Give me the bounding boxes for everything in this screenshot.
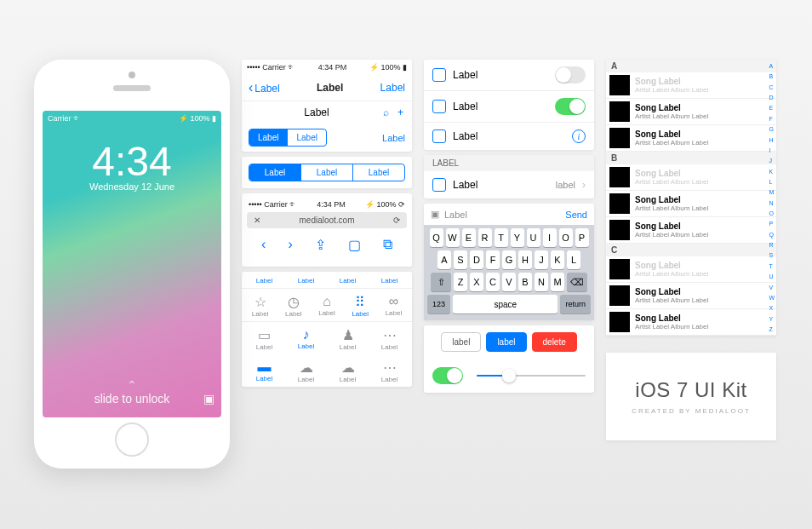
key[interactable]: T xyxy=(495,228,508,247)
segment-item[interactable]: Label xyxy=(353,164,404,181)
url-bar[interactable]: ✕ medialoot.com ⟳ xyxy=(247,212,407,228)
key[interactable]: V xyxy=(502,273,516,291)
segment-item[interactable]: Label xyxy=(288,129,325,146)
list-item[interactable]: Song LabelArtist Label Album Label xyxy=(606,256,776,283)
list-item[interactable]: Song LabelArtist Label Album Label xyxy=(606,125,776,152)
reload-icon[interactable]: ⟳ xyxy=(393,216,400,225)
segment-item[interactable]: Label xyxy=(301,164,353,181)
share-icon[interactable]: ⇪ xyxy=(315,237,326,253)
tab-item[interactable]: ☁Label xyxy=(327,359,369,383)
message-input[interactable]: Label xyxy=(444,210,467,220)
camera-icon[interactable]: ▣ xyxy=(431,209,439,220)
checkbox[interactable] xyxy=(432,68,446,82)
index-bar[interactable]: ABCDEFGHIJKLMNOPQRSTUVWXYZ xyxy=(769,63,775,332)
table-row[interactable]: Label i xyxy=(424,123,594,150)
tab-favorites[interactable]: ☆Label xyxy=(243,294,277,318)
key[interactable]: P xyxy=(575,228,589,247)
list-item[interactable]: Song LabelArtist Label Album Label xyxy=(606,309,776,336)
tab-recents[interactable]: ◷Label xyxy=(277,294,310,318)
add-icon[interactable]: + xyxy=(397,106,403,118)
key[interactable]: F xyxy=(486,250,500,269)
tab-keypad[interactable]: ⠿Label xyxy=(344,294,377,318)
key[interactable]: R xyxy=(478,228,492,247)
home-button[interactable] xyxy=(115,423,149,457)
tab-link[interactable]: Label xyxy=(243,277,285,285)
bookmarks-icon[interactable]: ▢ xyxy=(348,237,361,253)
switch-on[interactable] xyxy=(555,98,586,115)
nav-back-button[interactable]: Label xyxy=(249,80,280,95)
tab-item[interactable]: ▬Label xyxy=(243,359,285,383)
list-item[interactable]: Song LabelArtist Label Album Label xyxy=(606,99,776,125)
key[interactable]: Z xyxy=(454,273,467,291)
list-item[interactable]: Song LabelArtist Label Album Label xyxy=(606,164,776,191)
checkbox[interactable] xyxy=(432,178,446,192)
key[interactable]: H xyxy=(518,250,532,269)
checkbox[interactable] xyxy=(432,129,446,143)
key[interactable]: Q xyxy=(430,228,443,247)
nav-right-button[interactable]: Label xyxy=(380,82,405,94)
tab-link[interactable]: Label xyxy=(369,277,410,285)
key[interactable]: L xyxy=(567,250,580,269)
key[interactable]: A xyxy=(437,250,451,269)
key[interactable]: D xyxy=(470,250,483,269)
send-button[interactable]: Send xyxy=(565,210,587,220)
key[interactable]: N xyxy=(535,273,548,291)
button-default[interactable]: label xyxy=(441,332,481,352)
tab-link[interactable]: Label xyxy=(285,277,327,285)
tab-item[interactable]: ♟Label xyxy=(327,327,369,351)
key[interactable]: U xyxy=(527,228,540,247)
tabs-icon[interactable]: ⧉ xyxy=(383,237,392,253)
key[interactable]: G xyxy=(502,250,516,269)
slider[interactable] xyxy=(477,375,586,377)
segmented-wide[interactable]: Label Label Label xyxy=(249,164,405,181)
space-key[interactable]: space xyxy=(453,295,558,313)
back-icon[interactable]: ‹ xyxy=(261,237,266,253)
segment-item[interactable]: Label xyxy=(249,164,301,181)
tab-item[interactable]: ⋯Label xyxy=(369,327,410,351)
tab-item[interactable]: ▭Label xyxy=(243,327,285,351)
slide-to-unlock[interactable]: ⌃ slide to unlock ▣ xyxy=(43,378,221,405)
key[interactable]: E xyxy=(462,228,476,247)
key[interactable]: Y xyxy=(511,228,524,247)
return-key[interactable]: return xyxy=(560,295,591,313)
stop-icon[interactable]: ✕ xyxy=(254,216,260,225)
slider-thumb[interactable] xyxy=(502,369,516,382)
table-row[interactable]: Label label › xyxy=(424,171,594,198)
tab-home[interactable]: ⌂Label xyxy=(310,294,343,318)
forward-icon[interactable]: › xyxy=(288,237,292,253)
info-icon[interactable]: i xyxy=(572,129,586,143)
segment-item[interactable]: Label xyxy=(249,129,288,146)
key[interactable]: O xyxy=(559,228,573,247)
tab-voicemail[interactable]: ∞Label xyxy=(377,294,410,318)
segmented-small[interactable]: Label Label xyxy=(249,129,327,147)
list-item[interactable]: Song LabelArtist Label Album Label xyxy=(606,72,776,99)
shift-key[interactable]: ⇧ xyxy=(431,273,451,291)
key[interactable]: C xyxy=(486,273,500,291)
key[interactable]: S xyxy=(454,250,467,269)
table-row[interactable]: Label xyxy=(424,60,594,91)
list-item[interactable]: Song LabelArtist Label Album Label xyxy=(606,191,776,217)
key[interactable]: I xyxy=(543,228,557,247)
key[interactable]: X xyxy=(470,273,483,291)
camera-icon[interactable]: ▣ xyxy=(203,392,214,405)
list-item[interactable]: Song LabelArtist Label Album Label xyxy=(606,217,776,244)
segment-link[interactable]: Label xyxy=(382,133,405,143)
key[interactable]: B xyxy=(518,273,532,291)
switch-off[interactable] xyxy=(555,66,586,83)
checkbox[interactable] xyxy=(432,100,446,113)
table-row[interactable]: Label xyxy=(424,91,594,123)
list-item[interactable]: Song LabelArtist Label Album Label xyxy=(606,283,776,309)
key[interactable]: W xyxy=(446,228,460,247)
numbers-key[interactable]: 123 xyxy=(427,295,450,313)
key[interactable]: M xyxy=(551,273,564,291)
backspace-key[interactable]: ⌫ xyxy=(567,273,587,291)
key[interactable]: J xyxy=(535,250,548,269)
search-icon[interactable]: ⌕ xyxy=(383,106,389,118)
key[interactable]: K xyxy=(551,250,564,269)
tab-item[interactable]: ♪Label xyxy=(285,327,327,351)
button-delete[interactable]: delete xyxy=(532,332,577,352)
button-primary[interactable]: label xyxy=(486,332,526,352)
tab-item[interactable]: ☁Label xyxy=(285,359,327,383)
tab-item[interactable]: ⋯Label xyxy=(369,359,410,383)
tab-link[interactable]: Label xyxy=(327,277,369,285)
